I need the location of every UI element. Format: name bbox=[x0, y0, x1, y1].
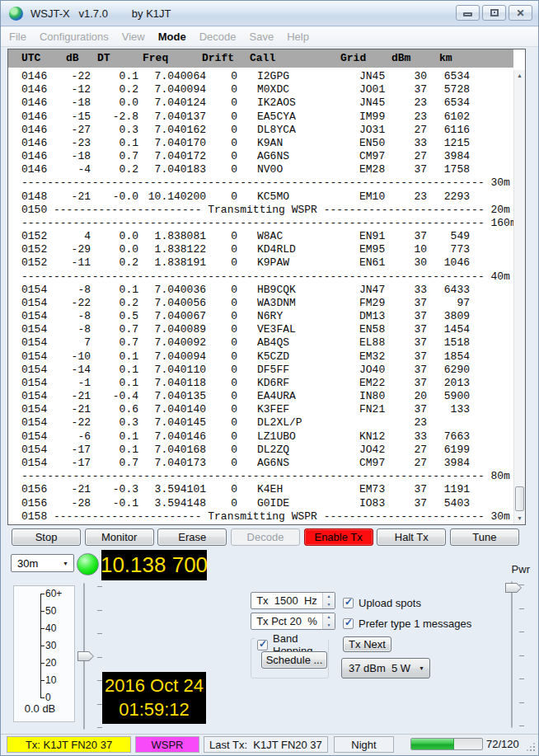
column-header-utc: UTC bbox=[21, 52, 40, 64]
tx-pct-value: Tx Pct 20 % bbox=[251, 613, 322, 629]
menu-item-file[interactable]: File bbox=[2, 31, 33, 43]
column-header-grid: Grid bbox=[340, 52, 366, 64]
band-separator-row[interactable]: ----------------------------------------… bbox=[8, 217, 513, 230]
frequency-value: 10.138 700 bbox=[101, 552, 208, 578]
halt-tx-button[interactable]: Halt Tx bbox=[377, 528, 446, 546]
decode-row[interactable]: 0146-180.07.0401240IK2AOSJN45236534 bbox=[8, 96, 513, 110]
decode-row[interactable]: 0156-21-0.33.5941010K4EHEM73371191 bbox=[8, 483, 513, 496]
column-header-dt: DT bbox=[97, 52, 110, 64]
decode-row[interactable]: 0146-15-2.87.0401370EA5CYAIM99236102 bbox=[8, 110, 513, 124]
pwr-slider[interactable] bbox=[502, 580, 530, 731]
menu-item-configurations[interactable]: Configurations bbox=[33, 31, 115, 43]
table-body[interactable]: 0146-220.17.0400640I2GPGJN453065340146-1… bbox=[8, 70, 513, 524]
decode-row[interactable]: 0156-28-0.13.5941480G0IDEIO83375403 bbox=[8, 497, 513, 510]
decode-row[interactable]: 0146-220.17.0400640I2GPGJN45306534 bbox=[8, 70, 513, 83]
decode-row[interactable]: 0154-80.17.0400360HB9CQKJN47336433 bbox=[8, 284, 513, 297]
decode-row[interactable]: 0146-230.17.0401700K9ANEN50331215 bbox=[8, 137, 513, 150]
decode-row[interactable]: 0154-10.17.0401180KD6RFEM22372013 bbox=[8, 377, 513, 390]
resize-grip[interactable] bbox=[527, 744, 535, 751]
decode-row[interactable]: 0148-21-0.010.1402000KC5MOEM10232293 bbox=[8, 190, 513, 204]
spinner-buttons[interactable]: ▲ ▼ bbox=[322, 613, 335, 629]
band-separator-row[interactable]: ----------------------------------------… bbox=[8, 470, 513, 483]
maximize-button[interactable] bbox=[482, 5, 506, 21]
tx-freq-value: Tx 1500 Hz bbox=[251, 593, 322, 608]
decode-row[interactable]: 0154-170.77.0401730AG6NSCM97273984 bbox=[8, 457, 513, 470]
decode-row[interactable]: 015240.01.8380810W8ACEN9137549 bbox=[8, 230, 513, 243]
spin-up-icon[interactable]: ▲ bbox=[323, 613, 335, 622]
menu-item-save[interactable]: Save bbox=[243, 31, 281, 43]
datetime-display: 2016 Oct 24 01:59:12 bbox=[102, 672, 206, 724]
tx-power-select[interactable]: 37 dBm 5 W ▼ bbox=[341, 658, 430, 679]
transmit-row[interactable]: 0150 ----------------------- Transmittin… bbox=[8, 204, 513, 217]
window-controls: ✕ bbox=[456, 5, 532, 21]
decode-row[interactable]: 0146-40.27.0401830NV0OEM28371758 bbox=[8, 163, 513, 176]
decode-row[interactable]: 0154-60.17.0401460LZ1UBOKN12337663 bbox=[8, 430, 513, 444]
decode-row[interactable]: 0152-290.01.8381220KD4RLDEM9510773 bbox=[8, 243, 513, 256]
tx-pct-spinner[interactable]: Tx Pct 20 % ▲ ▼ bbox=[251, 613, 335, 630]
spin-up-icon[interactable]: ▲ bbox=[323, 593, 335, 601]
band-select[interactable]: 30m ▼ bbox=[11, 554, 74, 572]
spinner-buttons[interactable]: ▲ ▼ bbox=[322, 593, 335, 608]
upload-spots-checkbox[interactable]: ✓ Upload spots bbox=[343, 597, 421, 609]
decode-row[interactable]: 0154-80.57.0400670N6RYDM13373809 bbox=[8, 310, 513, 323]
spin-down-icon[interactable]: ▼ bbox=[323, 622, 335, 630]
meter-scale-label: 10 bbox=[45, 675, 56, 686]
maximize-icon bbox=[490, 9, 499, 16]
scroll-down-arrow-icon[interactable]: ▼ bbox=[514, 513, 525, 524]
menu-item-view[interactable]: View bbox=[115, 31, 152, 43]
decode-row[interactable]: 0146-180.77.0401720AG6NSCM97273984 bbox=[8, 150, 513, 163]
decode-row[interactable]: 0146-120.27.0400940M0XDCJO01375728 bbox=[8, 83, 513, 96]
decode-row[interactable]: 0154-210.67.0401400K3FEFFN2137133 bbox=[8, 403, 513, 416]
meter-scale-label: 60+ bbox=[45, 589, 62, 599]
decode-row[interactable]: 0154-21-0.47.0401350EA4URAIN80205900 bbox=[8, 390, 513, 403]
decode-row[interactable]: 0154-220.27.0400560WA3DNMFM293797 bbox=[8, 297, 513, 310]
schedule-button[interactable]: Schedule ... bbox=[261, 651, 327, 669]
upload-spots-label: Upload spots bbox=[359, 597, 421, 609]
decode-row[interactable]: 0154-80.77.0400890VE3FALEN58371454 bbox=[8, 323, 513, 336]
decode-row[interactable]: 0146-270.37.0401620DL8YCAJO31276116 bbox=[8, 124, 513, 137]
vertical-scrollbar[interactable]: ▲ ▼ bbox=[513, 70, 525, 524]
progress-label: 72/120 bbox=[486, 738, 519, 750]
meter-readout: 0.0 dB bbox=[14, 702, 66, 715]
band-select-value: 30m bbox=[17, 557, 38, 570]
tx-freq-spinner[interactable]: Tx 1500 Hz ▲ ▼ bbox=[251, 592, 335, 609]
minimize-button[interactable] bbox=[456, 5, 480, 21]
meter-scale-label: 30 bbox=[45, 641, 56, 651]
enable-tx-button[interactable]: Enable Tx bbox=[304, 528, 373, 546]
decode-row[interactable]: 0154-170.17.0401680DL2ZQJO42276199 bbox=[8, 444, 513, 457]
frequency-display: 10.138 700 bbox=[101, 550, 207, 580]
tx-progress-bar bbox=[410, 738, 483, 750]
stop-button[interactable]: Stop bbox=[12, 528, 81, 546]
chevron-down-icon: ▼ bbox=[63, 561, 73, 566]
slider-handle[interactable] bbox=[77, 651, 94, 661]
scroll-up-arrow-icon[interactable]: ▲ bbox=[514, 70, 525, 82]
scroll-thumb[interactable] bbox=[515, 486, 524, 511]
column-header-call: Call bbox=[250, 52, 275, 64]
decode-row[interactable]: 0154-220.37.0401450DL2XL/P23 bbox=[8, 416, 513, 430]
checkmark-icon: ✓ bbox=[259, 639, 267, 649]
monitor-button[interactable]: Monitor bbox=[85, 528, 154, 546]
prefer-type1-checkbox[interactable]: ✓ Prefer type 1 messages bbox=[343, 617, 471, 630]
column-header-db: dB bbox=[66, 52, 79, 64]
menu-item-decode[interactable]: Decode bbox=[193, 31, 243, 43]
decode-button[interactable]: Decode bbox=[231, 528, 300, 546]
transmit-row[interactable]: 0158 ----------------------- Transmittin… bbox=[8, 510, 513, 524]
decode-row[interactable]: 0154-140.17.0401100DF5FFJO40376290 bbox=[8, 364, 513, 377]
erase-button[interactable]: Erase bbox=[157, 528, 227, 546]
spin-down-icon[interactable]: ▼ bbox=[323, 601, 335, 609]
decode-row[interactable]: 0152-110.21.8381910K9PAWEN61301046 bbox=[8, 256, 513, 270]
checkbox-checked-icon: ✓ bbox=[257, 640, 268, 650]
decode-row[interactable]: 015470.77.0400920AB4QSEL88371518 bbox=[8, 336, 513, 350]
checkbox-checked-icon: ✓ bbox=[343, 598, 354, 608]
rx-gain-slider[interactable] bbox=[77, 581, 105, 731]
menu-item-mode[interactable]: Mode bbox=[152, 31, 193, 43]
decode-row[interactable]: 0154-100.17.0400940K5CZDEM32371854 bbox=[8, 350, 513, 364]
band-separator-row[interactable]: ----------------------------------------… bbox=[8, 176, 513, 190]
tune-button[interactable]: Tune bbox=[450, 528, 519, 546]
close-button[interactable]: ✕ bbox=[509, 5, 532, 21]
band-separator-row[interactable]: ----------------------------------------… bbox=[8, 270, 513, 284]
title-bar[interactable]: WSJT-X v1.7.0 by K1JT ✕ bbox=[1, 1, 538, 26]
tx-next-button[interactable]: Tx Next bbox=[343, 636, 391, 652]
menu-item-help[interactable]: Help bbox=[280, 31, 316, 43]
close-icon: ✕ bbox=[516, 8, 524, 18]
